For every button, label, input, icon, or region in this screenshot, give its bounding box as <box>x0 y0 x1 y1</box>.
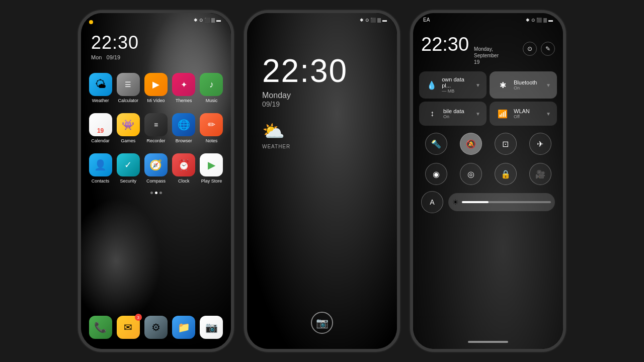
home-bar-3 <box>468 341 508 343</box>
battery-icon-2: ▬ <box>382 18 387 23</box>
mail-badge: 3 <box>135 314 142 321</box>
app-music[interactable]: ♪ Music <box>200 73 223 103</box>
qs-settings-icon[interactable]: ⊙ <box>523 42 537 56</box>
data-tile-sub: — MB <box>442 88 471 94</box>
lock-weather-widget: ⛅ WEATHER <box>247 113 397 157</box>
dock-mail[interactable]: ✉ 3 <box>116 316 140 339</box>
battery-icon-3: ▬ <box>548 18 553 23</box>
lock-time-display: 22:30 <box>262 55 382 87</box>
notes-label: Notes <box>206 138 218 143</box>
phones-container: 22:30 ✱ ⊙ ⬛ ||| ▬ 22:30 Mon 09/19 <box>0 0 644 362</box>
silent-button[interactable]: 🔕 <box>460 133 482 155</box>
status-icons-1: ✱ ⊙ ⬛ ||| ▬ <box>194 18 221 23</box>
app-recorder[interactable]: ≡ Recorder <box>144 113 168 143</box>
mivideo-label: Mi Video <box>147 98 165 103</box>
bluetooth-icon-3: ✱ <box>526 18 530 23</box>
screenshot-button[interactable]: ⊡ <box>495 133 517 155</box>
security-icon: ✓ <box>117 153 140 176</box>
app-calculator[interactable]: ☰ Calculator <box>116 73 140 103</box>
data-tile-icon: 💧 <box>425 78 438 92</box>
music-label: Music <box>206 98 218 103</box>
app-themes[interactable]: ✦ Themes <box>172 73 196 103</box>
bluetooth-tile-title: Bluetooth <box>514 79 537 85</box>
phone3-screen: EA ✱ ⊙ ⬛ ||| ▬ 22:30 Monday, September 1… <box>413 13 563 349</box>
notification-dot <box>89 20 93 24</box>
recorder-icon: ≡ <box>144 113 168 136</box>
weather-icon: 🌤 <box>89 73 112 96</box>
lockscreen-button[interactable]: 🔒 <box>495 163 517 185</box>
phone3: EA ✱ ⊙ ⬛ ||| ▬ 22:30 Monday, September 1… <box>410 10 566 352</box>
lock-time-section: 22:30 Monday 09/19 <box>247 25 397 113</box>
dock-settings[interactable]: ⚙ <box>144 316 168 339</box>
app-weather[interactable]: 🌤 Weather <box>89 73 112 103</box>
bluetooth-tile-icon: ✱ <box>496 78 510 92</box>
bluetooth-tile-sub: On <box>514 85 537 90</box>
dock-camera[interactable]: 📷 <box>200 316 223 339</box>
signal-icons-1: ⊙ ⬛ ||| <box>199 18 215 23</box>
themes-label: Themes <box>176 98 192 103</box>
qs-user-label: EA <box>423 17 430 23</box>
app-calendar[interactable]: 19 Calendar <box>89 113 112 143</box>
home-date-num: 09/19 <box>107 54 121 60</box>
qs-brightness-row: A ☀ <box>413 188 563 216</box>
contacts-icon: 👤 <box>89 153 112 176</box>
qs-header: 22:30 Monday, September 19 ⊙ ✎ <box>413 25 563 67</box>
qs-edit-icon[interactable]: ✎ <box>541 42 555 56</box>
app-compass[interactable]: 🧭 Compass <box>144 153 168 184</box>
settings-icon: ⚙ <box>144 316 168 339</box>
app-browser[interactable]: 🌐 Browser <box>172 113 196 143</box>
app-grid-row1: 🌤 Weather ☰ Calculator ▶ Mi Video ✦ Them… <box>81 68 231 108</box>
app-mivideo[interactable]: ▶ Mi Video <box>144 73 168 103</box>
app-notes[interactable]: ✏ Notes <box>200 113 223 143</box>
bluetooth-tile-arrow: ▼ <box>546 82 551 88</box>
data-tile-title: own data pl... <box>442 76 471 88</box>
auto-brightness-button[interactable]: A <box>421 191 443 213</box>
dock-phone[interactable]: 📞 <box>89 316 112 339</box>
bluetooth-tile-text: Bluetooth On <box>514 79 537 90</box>
music-icon: ♪ <box>200 73 223 96</box>
airplane-button[interactable]: ✈ <box>529 133 551 155</box>
wlan-tile-title: WLAN <box>514 108 530 114</box>
weather-emoji-icon: ⛅ <box>262 121 285 142</box>
app-contacts[interactable]: 👤 Contacts <box>89 153 112 184</box>
home-day: Mon <box>91 54 102 60</box>
mivideo-icon: ▶ <box>144 73 168 96</box>
video-button[interactable]: 🎥 <box>529 163 551 185</box>
dot-3 <box>159 192 162 194</box>
qs-tile-bluetooth[interactable]: ✱ Bluetooth On ▼ <box>490 71 557 99</box>
qs-actions-row1: 🔦 🔕 ⊡ ✈ <box>413 130 563 158</box>
security-label: Security <box>120 178 137 184</box>
qs-tile-wlan[interactable]: 📶 WLAN Off ▼ <box>490 102 557 126</box>
lock-day-display: Monday <box>262 91 382 100</box>
notes-icon: ✏ <box>200 113 223 136</box>
dock-files[interactable]: 📁 <box>172 316 196 339</box>
qs-tile-mobile[interactable]: ↕ bile data On ▼ <box>419 102 487 126</box>
phone1-screen: 22:30 ✱ ⊙ ⬛ ||| ▬ 22:30 Mon 09/19 <box>81 13 231 349</box>
qs-tile-data[interactable]: 💧 own data pl... — MB ▼ <box>419 71 487 99</box>
games-label: Games <box>121 138 135 143</box>
status-icons-2: ✱ ⊙ ⬛ ||| ▬ <box>360 18 387 23</box>
mobile-tile-icon: ↕ <box>425 107 439 121</box>
brightness-sun-icon: ☀ <box>452 198 459 206</box>
mobile-tile-title: bile data <box>443 108 464 114</box>
app-clock[interactable]: ⏰ Clock <box>172 153 196 184</box>
qs-time-row: 22:30 Monday, September 19 ⊙ ✎ <box>421 34 555 65</box>
app-games[interactable]: 👾 Games <box>116 113 140 143</box>
browser-label: Browser <box>176 138 192 143</box>
calendar-label: Calendar <box>91 138 110 143</box>
mobile-tile-text: bile data On <box>443 108 464 119</box>
bottom-dock: 📞 ✉ 3 ⚙ 📁 📷 <box>89 316 223 339</box>
flashlight-button[interactable]: 🔦 <box>425 133 447 155</box>
lock-camera-button[interactable]: 📷 <box>311 312 333 334</box>
autorotate-button[interactable]: ◉ <box>425 163 447 185</box>
contacts-label: Contacts <box>92 178 110 184</box>
location-button[interactable]: ◎ <box>460 163 482 185</box>
app-playstore[interactable]: ▶ Play Store <box>200 153 223 184</box>
signal-icons-2: ⊙ ⬛ ||| <box>365 18 381 23</box>
app-security[interactable]: ✓ Security <box>116 153 140 184</box>
signal-icons-3: ⊙ ⬛ ||| <box>531 18 547 23</box>
compass-label: Compass <box>146 178 166 184</box>
weather-text-label: WEATHER <box>262 144 290 149</box>
mail-icon: ✉ 3 <box>117 316 140 339</box>
brightness-slider[interactable]: ☀ <box>448 193 555 211</box>
